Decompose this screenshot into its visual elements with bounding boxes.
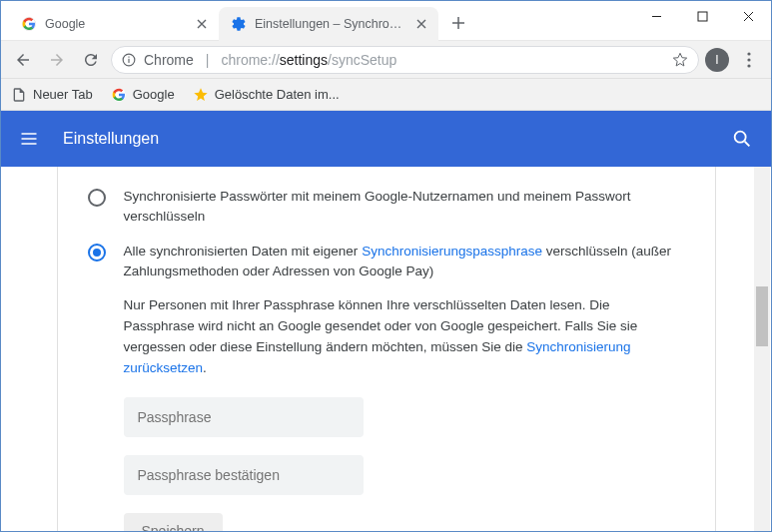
settings-content-wrap: Synchronisierte Passwörter mit meinem Go… — [1, 167, 771, 531]
svg-point-10 — [735, 132, 746, 143]
passphrase-help-link[interactable]: Synchronisierungspassphrase — [362, 244, 542, 259]
save-button[interactable]: Speichern — [124, 513, 223, 531]
browser-toolbar: Chrome | chrome://settings/syncSetup I — [1, 41, 771, 79]
encrypt-passphrase-option[interactable]: Alle synchronisierten Daten mit eigener … — [88, 242, 685, 282]
radio-icon[interactable] — [88, 189, 106, 207]
maximize-button[interactable] — [679, 1, 725, 31]
bookmark-label: Google — [133, 87, 175, 102]
settings-header: Einstellungen — [1, 111, 771, 167]
passphrase-input[interactable] — [124, 397, 364, 437]
vertical-scrollbar[interactable] — [754, 167, 770, 531]
svg-point-7 — [747, 58, 750, 61]
minimize-button[interactable] — [633, 1, 679, 31]
bookmark-label: Gelöschte Daten im... — [215, 87, 340, 102]
avatar-initial: I — [715, 53, 718, 67]
search-icon[interactable] — [731, 128, 753, 150]
svg-point-6 — [747, 52, 750, 55]
chrome-menu-button[interactable] — [735, 52, 763, 68]
close-icon[interactable] — [414, 17, 428, 31]
close-icon[interactable] — [195, 17, 209, 31]
tab-title: Einstellungen – Synchronisierung — [255, 17, 406, 31]
omnibox-host: Chrome — [144, 52, 194, 68]
text: . — [203, 360, 207, 375]
site-info-icon[interactable] — [122, 53, 136, 67]
omnibox-separator: | — [206, 52, 210, 68]
radio-icon[interactable] — [88, 244, 106, 262]
bookmark-deleted-data[interactable]: Gelöschte Daten im... — [193, 87, 340, 103]
tab-title: Google — [45, 17, 187, 31]
menu-icon[interactable] — [19, 129, 39, 149]
confirm-passphrase-input[interactable] — [124, 455, 364, 495]
passphrase-help-text: Nur Personen mit Ihrer Passphrase können… — [124, 295, 685, 379]
radio-label: Synchronisierte Passwörter mit meinem Go… — [124, 187, 685, 228]
bookmarks-bar: Neuer Tab Google Gelöschte Daten im... — [1, 79, 771, 111]
back-button[interactable] — [9, 46, 37, 74]
omnibox-url: chrome://settings/syncSetup — [221, 52, 396, 68]
bookmark-google[interactable]: Google — [111, 87, 175, 103]
google-favicon — [21, 16, 37, 32]
bookmark-star-icon[interactable] — [672, 52, 688, 68]
settings-favicon — [231, 16, 247, 32]
settings-title: Einstellungen — [63, 130, 707, 148]
window-controls — [633, 1, 771, 31]
browser-tab-settings[interactable]: Einstellungen – Synchronisierung — [219, 7, 438, 41]
reload-button[interactable] — [77, 46, 105, 74]
encrypt-google-credentials-option[interactable]: Synchronisierte Passwörter mit meinem Go… — [88, 187, 685, 228]
radio-label: Alle synchronisierten Daten mit eigener … — [124, 242, 685, 282]
scrollbar-thumb[interactable] — [756, 286, 768, 346]
text: Alle synchronisierten Daten mit eigener — [124, 244, 363, 259]
new-tab-button[interactable] — [444, 9, 472, 37]
bookmark-neuer-tab[interactable]: Neuer Tab — [11, 87, 93, 103]
sync-setup-panel: Synchronisierte Passwörter mit meinem Go… — [57, 167, 716, 531]
browser-tab-google[interactable]: Google — [9, 7, 219, 41]
profile-avatar[interactable]: I — [705, 48, 729, 72]
close-window-button[interactable] — [725, 1, 771, 31]
button-label: Speichern — [142, 523, 205, 531]
star-icon — [193, 87, 209, 103]
window-titlebar: Google Einstellungen – Synchronisierung — [1, 1, 771, 41]
svg-rect-2 — [698, 12, 707, 21]
page-icon — [11, 87, 27, 103]
svg-rect-5 — [128, 56, 129, 57]
address-bar[interactable]: Chrome | chrome://settings/syncSetup — [111, 46, 699, 74]
svg-point-8 — [747, 64, 750, 67]
bookmark-label: Neuer Tab — [33, 87, 93, 102]
svg-rect-4 — [128, 58, 129, 62]
google-icon — [111, 87, 127, 103]
forward-button[interactable] — [43, 46, 71, 74]
